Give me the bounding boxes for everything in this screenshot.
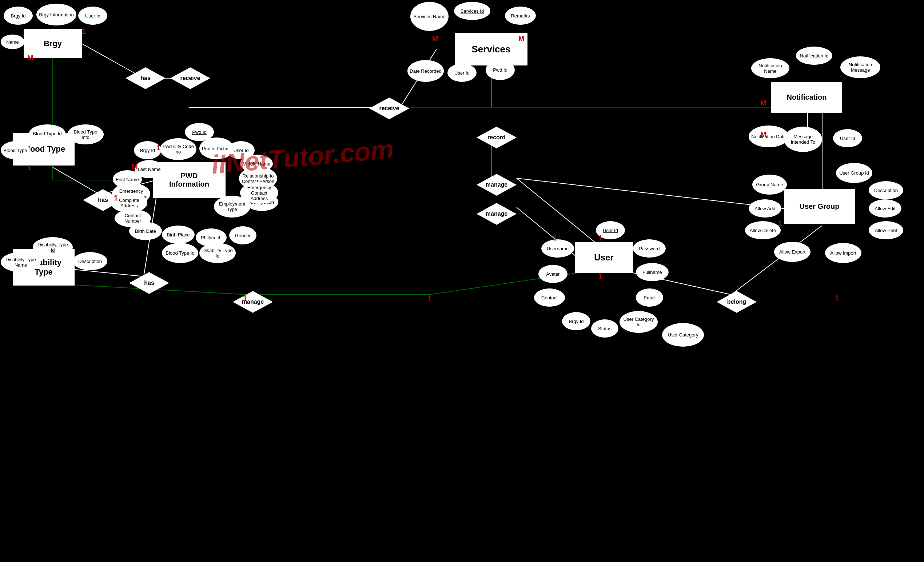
- attr-user-fullname: Fullname: [636, 263, 669, 281]
- card-has2-1: 1: [114, 194, 118, 202]
- attr-services-id: Services Id: [454, 2, 490, 20]
- card-user-1b: 1: [598, 234, 602, 242]
- attr-ug-allowadd: Allow Add: [748, 199, 782, 217]
- attr-ug-allowimport: Allow Import: [825, 243, 861, 263]
- card-manage-1b: 1: [428, 294, 432, 302]
- attr-dt-id: Disability Type Id: [33, 237, 73, 257]
- attr-user-category: User Category: [662, 323, 704, 347]
- attr-pwd-bloodtypeid: Blood Type Id: [162, 243, 198, 263]
- attr-services-remarks: Remarks: [505, 6, 536, 25]
- svg-line-13: [517, 178, 789, 209]
- attr-services-daterecorded: Date Recorded: [407, 60, 444, 82]
- attr-user-username: Username: [541, 239, 574, 258]
- card-ug-1b: 1: [835, 294, 839, 302]
- entity-usergroup: User Group: [784, 189, 855, 224]
- entity-services: Services: [455, 33, 528, 66]
- entity-user: User: [575, 242, 633, 273]
- card-pwd-m: M: [132, 163, 138, 171]
- attr-bt-id: Blood Type Id: [29, 124, 66, 142]
- card-notif-m1: M: [760, 99, 766, 107]
- attr-user-brgyid: Brgy Id: [562, 312, 590, 330]
- attr-ug-allowdelete: Allow Delete: [745, 221, 781, 239]
- attr-notif-userid: User Id: [833, 129, 862, 147]
- attr-pwd-birthdate: Birth Date: [129, 222, 162, 240]
- attr-ug-groupid: User Group Id: [836, 163, 872, 183]
- attr-brgy-name: Name: [1, 34, 24, 49]
- card-ug-1: 1: [778, 219, 782, 228]
- attr-user-catid: User Category Id: [620, 311, 658, 333]
- attr-ug-groupname: Group Name: [752, 175, 787, 195]
- attr-user-password: Password: [633, 239, 666, 258]
- card-notif-m2: M: [760, 130, 766, 139]
- attr-pwd-gender: Gender: [229, 226, 256, 244]
- attr-notif-date: Notification Date: [748, 126, 789, 147]
- attr-services-pwdid: Pwd Id: [486, 60, 515, 80]
- attr-pwd-emergaddr: Emergency Contact Address: [240, 182, 278, 204]
- attr-ug-allowprint: Allow Print: [869, 221, 903, 239]
- attr-notif-name: Notification Name: [751, 58, 789, 78]
- attr-dt-description: Description: [73, 252, 107, 270]
- card-manage-1: 1: [243, 294, 247, 302]
- attr-notif-intended: Message Intended To: [784, 127, 822, 152]
- attr-pwd-disabilityid: Disability Type Id: [200, 243, 236, 263]
- card-brgy-m: M: [27, 54, 33, 62]
- attr-notif-message: Notification Message: [840, 56, 880, 78]
- svg-line-14: [53, 167, 100, 195]
- attr-bt-info: Blood Type Info: [67, 124, 104, 144]
- card-brgy-1: 1: [82, 27, 86, 36]
- attr-services-name: Services Name: [410, 2, 448, 31]
- card-user-1c: 1: [598, 272, 602, 280]
- card-svc-m2: M: [518, 34, 525, 43]
- attr-brgy-userid: User Id: [78, 6, 107, 25]
- card-bt-1: 1: [27, 164, 31, 172]
- attr-notif-id: Notification Id: [796, 46, 832, 65]
- attr-user-avatar: Avatar: [538, 265, 567, 283]
- card-user-1a: 1: [553, 234, 557, 242]
- attr-dt-typename: Disability Type Name: [1, 252, 41, 272]
- attr-ug-allowedit: Allow Edit: [869, 199, 902, 217]
- attr-user-status: Status: [591, 319, 618, 337]
- entity-notification: Notification: [771, 82, 842, 113]
- attr-services-userid: User Id: [447, 64, 477, 82]
- attr-bt-type: Blood Type: [1, 141, 30, 159]
- card-pwd-1: 1: [156, 144, 160, 152]
- attr-ug-allowexport: Allow Export: [774, 242, 810, 262]
- attr-pwd-birthplace: Birth Place: [162, 226, 195, 244]
- attr-pwd-citycode: Pwd City Code no: [160, 138, 196, 160]
- attr-user-contact: Contact: [534, 288, 565, 307]
- attr-brgy-id: Brgy Id: [4, 6, 33, 25]
- entity-pwd: PWDInformation: [153, 162, 225, 198]
- svg-line-0: [82, 43, 144, 78]
- attr-user-email: Email: [636, 288, 663, 307]
- card-svc-m1: M: [432, 34, 438, 43]
- attr-brgy-info: Brgy Information: [36, 4, 76, 25]
- attr-ug-description: Description: [869, 181, 903, 199]
